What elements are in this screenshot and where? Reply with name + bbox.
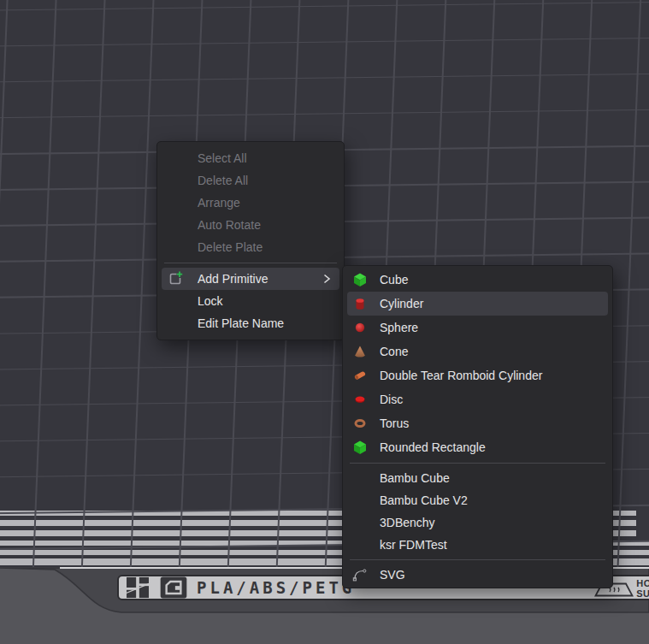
submenu-item-ksr-fdmtest[interactable]: ksr FDMTest xyxy=(347,534,608,556)
submenu-item-torus[interactable]: Torus xyxy=(347,411,608,435)
submenu-item-cube[interactable]: Cube xyxy=(347,268,608,292)
cylinder-icon xyxy=(352,296,368,311)
menu-item-label: Add Primitive xyxy=(198,272,322,286)
submenu-item-3dbenchy[interactable]: 3DBenchy xyxy=(347,511,608,534)
disc-icon xyxy=(352,392,368,407)
submenu-item-label: Cylinder xyxy=(380,297,423,310)
bambu-logo-icon xyxy=(125,576,150,599)
submenu-divider xyxy=(350,463,605,464)
menu-divider xyxy=(164,263,337,263)
menu-item-edit-plate-name[interactable]: Edit Plate Name xyxy=(162,312,339,334)
submenu-item-label: SVG xyxy=(380,568,405,582)
cone-icon xyxy=(352,344,368,359)
submenu-item-svg[interactable]: SVG xyxy=(347,564,608,586)
menu-item-arrange: Arrange xyxy=(157,192,344,214)
menu-item-lock[interactable]: Lock xyxy=(162,290,339,312)
chevron-right-icon xyxy=(322,273,331,285)
menu-item-auto-rotate: Auto Rotate xyxy=(157,214,344,236)
submenu-item-cylinder[interactable]: Cylinder xyxy=(347,292,608,316)
hot-surface-text: HOT SU xyxy=(636,576,649,599)
context-menu: Select All Delete All Arrange Auto Rotat… xyxy=(156,141,345,340)
submenu-item-label: Double Tear Romboid Cylinder xyxy=(380,369,542,382)
plate-material-label: PLA/ABS/PETG xyxy=(197,578,355,597)
submenu-item-double-tear-romboid-cylinder[interactable]: Double Tear Romboid Cylinder xyxy=(347,363,608,387)
torus-icon xyxy=(352,416,368,431)
submenu-item-rounded-rectangle[interactable]: Rounded Rectangle xyxy=(347,435,608,459)
submenu-divider xyxy=(350,559,605,560)
submenu-item-label: Cube xyxy=(380,273,408,287)
slicer-window: PLA/ABS/PETG HOT SU Select All Delete Al… xyxy=(0,0,649,644)
submenu-item-disc[interactable]: Disc xyxy=(347,387,608,411)
submenu-item-sphere[interactable]: Sphere xyxy=(347,316,608,340)
romboid-cylinder-icon xyxy=(352,368,368,383)
submenu-item-label: Cone xyxy=(380,345,408,358)
menu-item-delete-all: Delete All xyxy=(157,169,344,192)
bezier-curve-icon xyxy=(352,567,368,582)
menu-item-add-primitive[interactable]: Add Primitive xyxy=(162,268,339,290)
submenu-item-bambu-cube[interactable]: Bambu Cube xyxy=(347,467,608,489)
submenu-item-label: Sphere xyxy=(380,321,418,334)
submenu-item-bambu-cube-v2[interactable]: Bambu Cube V2 xyxy=(347,489,608,511)
submenu-item-label: Torus xyxy=(380,417,409,430)
add-primitive-submenu: Cube Cylinder Sphere xyxy=(342,265,613,588)
menu-item-delete-plate: Delete Plate xyxy=(157,236,344,258)
rounded-rectangle-icon xyxy=(352,440,368,455)
sphere-icon xyxy=(352,320,368,335)
add-primitive-icon xyxy=(167,270,184,287)
submenu-item-cone[interactable]: Cone xyxy=(347,340,608,363)
printer-logo-icon xyxy=(159,576,188,599)
cube-icon xyxy=(352,272,368,287)
submenu-item-label: Rounded Rectangle xyxy=(380,440,486,454)
submenu-item-label: Disc xyxy=(380,393,403,406)
menu-item-select-all: Select All xyxy=(157,147,344,169)
